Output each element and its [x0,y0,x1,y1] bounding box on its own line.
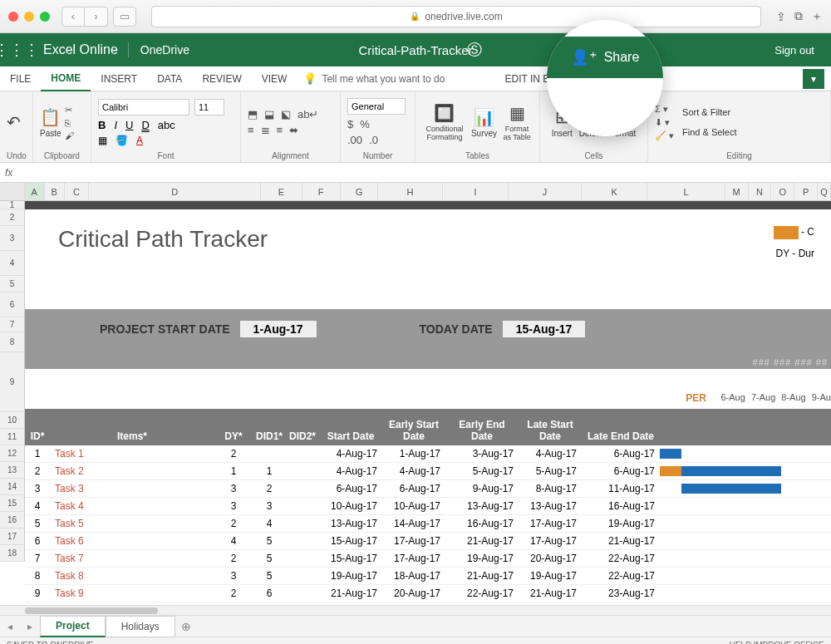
col-header-p[interactable]: P [794,183,818,200]
cell-late-start[interactable]: 19-Aug-17 [519,570,582,582]
format-painter-icon[interactable]: 🖌 [65,130,74,140]
cell-early-start[interactable]: 17-Aug-17 [382,553,445,564]
number-format-select[interactable] [347,98,406,115]
cell-id[interactable]: 1 [25,448,50,460]
cell-item[interactable]: Task 7 [50,553,214,564]
cell-item[interactable]: Task 2 [50,465,214,477]
gantt-cell[interactable] [660,482,831,495]
wrap-text-icon[interactable]: ab↵ [297,108,318,120]
row-header[interactable]: 5 [0,276,25,293]
cell-early-start[interactable]: 6-Aug-17 [382,483,445,494]
align-top-icon[interactable]: ⬒ [248,108,258,120]
cell-dy[interactable]: 3 [214,500,253,512]
col-header-k[interactable]: K [582,183,648,200]
autosum-icon[interactable]: Σ ▾ [655,104,674,115]
cell-id[interactable]: 9 [25,587,50,599]
cell-id[interactable]: 8 [25,570,50,582]
cell-early-end[interactable]: 9-Aug-17 [445,483,519,494]
find-select-button[interactable]: Find & Select [682,127,736,137]
col-header-n[interactable]: N [749,183,772,200]
clear-icon[interactable]: 🧹 ▾ [655,130,674,141]
cell-id[interactable]: 3 [25,483,50,494]
cell-did1[interactable]: 5 [253,553,286,564]
col-header-q[interactable]: Q [818,183,831,200]
tab-scroll-left-icon[interactable]: ◂ [0,621,20,632]
row-header[interactable]: 1 [0,201,25,209]
row-header[interactable]: 9 [0,352,25,412]
scroll-thumb[interactable] [25,607,158,614]
copy-icon[interactable]: ⎘ [65,118,74,128]
cell-early-start[interactable]: 4-Aug-17 [382,465,445,477]
row-header[interactable]: 15 [0,495,25,512]
cell-late-start[interactable]: 4-Aug-17 [519,448,582,460]
cell-late-start[interactable]: 5-Aug-17 [519,465,582,477]
row-header[interactable]: 10 [0,412,25,429]
col-header-o[interactable]: O [771,183,794,200]
sheet-tab-holidays[interactable]: Holidays [106,616,175,637]
cell-did1[interactable]: 5 [253,535,286,547]
cell-early-start[interactable]: 1-Aug-17 [382,448,445,460]
cell-start-date[interactable]: 4-Aug-17 [319,448,382,460]
sheet-title[interactable]: Critical Path Tracker [58,226,831,253]
cell-item[interactable]: Task 3 [50,483,214,494]
gantt-cell[interactable] [660,569,831,583]
col-header-d[interactable]: D [89,183,261,200]
cell-early-end[interactable]: 3-Aug-17 [445,448,519,460]
document-title[interactable]: Critical-Path-Tracker [359,43,473,57]
tabs-icon[interactable]: ⧉ [794,9,803,23]
bold-button[interactable]: B [98,119,106,131]
project-start-value[interactable]: 1-Aug-17 [240,321,317,337]
italic-button[interactable]: I [114,119,117,131]
cell-early-start[interactable]: 18-Aug-17 [382,570,445,582]
storage-location[interactable]: OneDrive [129,43,201,57]
currency-icon[interactable]: $ [347,118,353,130]
tab-home[interactable]: HOME [41,66,91,91]
back-button[interactable]: ‹ [61,7,85,27]
merge-icon[interactable]: ⬌ [289,124,298,136]
cell-start-date[interactable]: 6-Aug-17 [319,483,382,494]
font-color-button[interactable]: A [136,135,143,146]
spreadsheet-grid[interactable]: 1 2 3 4 5 6 7 8 9 10 11 12 13 14 15 16 1… [0,201,831,605]
row-header[interactable]: 11 [0,429,25,445]
cell-late-start[interactable]: 8-Aug-17 [519,483,582,494]
cell-late-end[interactable]: 11-Aug-17 [582,483,660,494]
gantt-cell[interactable] [660,499,831,513]
cell-id[interactable]: 7 [25,553,50,564]
gantt-cell[interactable] [660,447,831,460]
th-dy[interactable]: DY* [214,430,253,442]
cell-dy[interactable]: 4 [214,535,253,547]
row-header[interactable]: 6 [0,293,25,317]
col-header-l[interactable]: L [647,183,725,200]
row-header[interactable]: 17 [0,528,25,545]
tab-review[interactable]: REVIEW [192,66,251,91]
sidebar-toggle-icon[interactable]: ▭ [113,7,136,27]
col-header-f[interactable]: F [302,183,341,200]
new-tab-icon[interactable]: ＋ [811,9,823,24]
border-button[interactable]: ▦ [98,135,107,146]
horizontal-scrollbar[interactable] [0,605,831,615]
fill-color-button[interactable]: 🪣 [116,135,128,146]
cell-early-end[interactable]: 19-Aug-17 [445,553,519,564]
cell-late-start[interactable]: 17-Aug-17 [519,535,582,547]
cell-early-start[interactable]: 17-Aug-17 [382,535,445,547]
select-all-corner[interactable] [0,183,25,200]
cell-late-end[interactable]: 16-Aug-17 [582,500,660,512]
table-row[interactable]: 4 Task 4 3 3 10-Aug-17 10-Aug-17 13-Aug-… [25,498,831,515]
row-header[interactable]: 3 [0,226,25,251]
cell-start-date[interactable]: 19-Aug-17 [319,570,382,582]
cut-icon[interactable]: ✂ [65,105,74,116]
table-row[interactable]: 1 Task 1 2 4-Aug-17 1-Aug-17 3-Aug-17 4-… [25,445,831,463]
address-bar[interactable]: 🔒 onedrive.live.com [151,6,761,27]
gantt-cell[interactable] [660,534,831,548]
decrease-decimal-icon[interactable]: .0 [369,134,378,146]
col-header-h[interactable]: H [378,183,443,200]
col-header-e[interactable]: E [261,183,302,200]
account-icon[interactable]: ▾ [803,69,824,89]
maximize-window-icon[interactable] [40,12,50,22]
cell-late-end[interactable]: 6-Aug-17 [582,465,660,477]
th-did1[interactable]: DID1* [253,430,286,442]
cell-early-end[interactable]: 21-Aug-17 [445,535,519,547]
cell-item[interactable]: Task 1 [50,448,214,460]
align-bottom-icon[interactable]: ⬕ [281,108,291,120]
table-row[interactable]: 8 Task 8 3 5 19-Aug-17 18-Aug-17 21-Aug-… [25,568,831,585]
